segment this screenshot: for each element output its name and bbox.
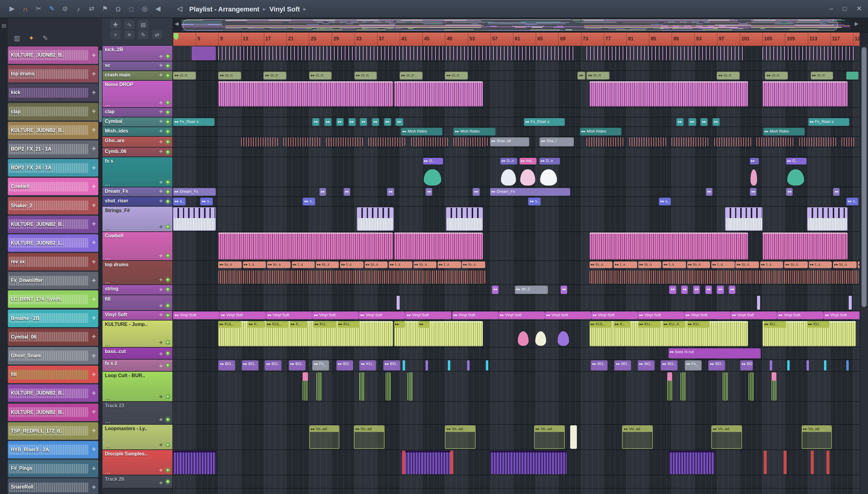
clip-blob[interactable] [751,169,757,186]
browser-item[interactable]: TSP_REDPILL_172_d..✛ [8,422,98,440]
clip-thin[interactable] [824,360,826,370]
clip-pattern[interactable]: ▸▸ BO.. [661,360,678,370]
performance-tool-icon[interactable]: ∿ [124,20,134,29]
playlist-track-lane[interactable]: ▸▸ G..▸▸ D..n▸▸ md..▸▸ D..n▸▸ ▸▸ G.. [173,157,860,187]
browser-item[interactable]: KULTURE_JUDNB2_B..✛ [8,46,98,64]
clip-pattern[interactable]: ▸▸ BO.. [591,360,608,370]
playlist-track-lane[interactable] [173,402,860,425]
clip-pattern[interactable]: ▸▸ s.. [200,197,213,205]
clip-blob[interactable] [558,331,569,346]
clip-pattern[interactable]: ▸▸ Dream_Fx [490,188,570,196]
track-mute-led[interactable] [166,199,170,203]
mute-tool-icon[interactable]: ♪ [72,3,85,15]
clip-thin[interactable] [397,296,400,310]
clip-seg[interactable] [446,207,483,231]
clip-vox[interactable]: ▸▸ Vo..ad [534,425,565,449]
clip-pattern[interactable]: ▸▸ BO.. [265,360,282,370]
clip-vox[interactable]: ▸▸ Vo..ad [354,425,385,449]
clip-pattern[interactable]: ▸▸ [348,118,355,126]
clip-pattern[interactable]: ▸▸ [729,286,736,294]
clip-thin[interactable] [787,360,790,370]
clip-thin[interactable] [784,451,787,474]
clip-pattern[interactable]: ▸▸ BO.. [638,360,654,370]
playlist-track-lane[interactable]: ▸▸ Dream_Fx▸▸ ▸▸ ▸▸ ▸▸ ▸▸ ▸▸ Dream_Fx▸▸ … [173,187,860,197]
browser-item[interactable]: BOP2_FX_24 - 1A✛ [8,159,98,176]
stamp-tool-icon[interactable]: ▤ [138,20,148,29]
track-mute-led[interactable] [166,119,170,124]
track-header[interactable]: Loopmasters - Ly..…✛ [103,425,172,450]
clip-pattern[interactable]: ▸▸ s.. [846,197,858,205]
clip-pattern[interactable]: ▸▸ c [577,72,585,79]
clip-pattern[interactable]: ▸▸ cr..n [400,72,422,79]
track-mute-led[interactable] [166,443,170,447]
clip-pattern[interactable]: ▸▸ Vinyl Soft [312,311,359,319]
track-mute-led[interactable] [166,189,170,194]
clip-disc[interactable] [490,451,567,474]
track-mute-led[interactable] [166,313,170,317]
playlist-track-lane[interactable]: ▸▸ bass hi cut [173,348,860,360]
clip-pattern[interactable]: ▸▸ bass hi cut [668,348,760,358]
clip-pattern[interactable]: ▸▸ [750,188,757,196]
track-mute-led[interactable] [166,254,170,258]
clip-pattern[interactable]: ▸▸ D..n [539,158,560,165]
cut-tool-icon[interactable]: ✂ [33,3,44,15]
clip-thin[interactable] [846,360,848,370]
track-mute-led[interactable] [166,139,170,144]
clip-pattern[interactable]: ▸▸ Vinyl Soft [544,311,591,319]
playlist-track-lane[interactable] [173,46,860,61]
clip-pattern[interactable]: ▸▸ to..s [364,262,388,268]
track-header[interactable]: Loop Cult - BUR..…✛ [103,372,172,402]
clip-pattern[interactable]: ▸▸ to..s [316,262,339,268]
browser-edit-icon[interactable]: ✎ [42,34,48,42]
clip-spike[interactable] [749,372,754,401]
clip-pattern[interactable]: ▸▸ t..s [662,262,686,268]
browser-item[interactable]: clap✛ [8,103,98,120]
track-header[interactable]: sc✛ [103,61,172,71]
track-mute-led[interactable] [166,340,170,345]
clip-pattern[interactable]: ▸▸ [384,118,391,126]
clip-wave[interactable] [394,321,483,346]
clip-wave[interactable] [762,81,847,107]
clip-pattern[interactable]: ▸▸ [669,286,676,294]
clip-pattern[interactable]: ▸▸ KU.. [313,321,336,328]
clip-pattern[interactable]: ▸▸ [693,286,700,294]
browser-item[interactable]: LC_BRNT_174_Synth..✛ [8,291,98,308]
clip-pattern[interactable]: ▸▸ [689,118,696,126]
timeline-ruler[interactable]: 5913172125293337414549535761656973778185… [173,33,860,46]
arrangement-name[interactable]: Vinyl Soft [270,5,300,12]
swap-tool-icon[interactable]: ⇄ [152,30,162,39]
playlist-track-lane[interactable] [173,475,860,489]
clip-vox[interactable]: ▸▸ Vo..ad [445,425,476,449]
select-tool-icon[interactable]: □ [125,3,137,15]
clip-pattern[interactable]: ▸▸ t..s [292,262,315,268]
browser-scrollbar[interactable] [98,46,103,494]
track-mute-led[interactable] [166,287,170,291]
track-header[interactable]: fx s…✛ [103,157,172,187]
browser-item[interactable]: Ghost_Snare✛ [8,347,98,364]
track-mute-led[interactable] [166,150,170,154]
clip-ticks[interactable] [590,271,858,284]
track-header[interactable]: Vinyl Soft✛ [103,311,172,321]
paint-tool-icon[interactable]: ✎ [46,3,58,15]
clip-pattern[interactable]: ▸▸ [426,188,432,196]
clip-wave[interactable] [218,232,393,260]
clip-pattern[interactable]: ▸▸ to..s [784,262,808,268]
clip-pattern[interactable]: ▸▸ Vinyl Soft [638,311,684,319]
track-header[interactable]: Cymb..06✛ [103,148,172,157]
clip-ticks[interactable] [587,137,623,146]
track-mute-led[interactable] [166,63,170,68]
clip-blob[interactable] [517,331,529,346]
clip-pattern[interactable]: ▸▸ KU..A [662,321,685,328]
clip-pattern[interactable]: ▸▸ cr..n [309,72,332,79]
clip-pattern[interactable]: ▸▸ BO.. [218,360,235,370]
track-mute-led[interactable] [166,351,170,355]
clip-pattern[interactable]: ▸▸ cr..n [264,72,286,79]
clip-pattern[interactable]: ▸▸ [560,286,568,294]
clip-pattern[interactable]: ▸▸ [387,188,394,196]
track-mute-led[interactable] [166,225,170,229]
track-header[interactable]: Disciple Samples..…✛ [103,450,172,475]
fl-logo-icon[interactable]: ∩ [19,3,31,15]
playlist-track-lane[interactable]: ▸▸ Vinyl Soft▸▸ Vinyl Soft▸▸ Vinyl Soft▸… [173,311,860,321]
magnet-icon[interactable]: Ω [112,3,124,15]
clip-ticks[interactable] [842,137,856,146]
